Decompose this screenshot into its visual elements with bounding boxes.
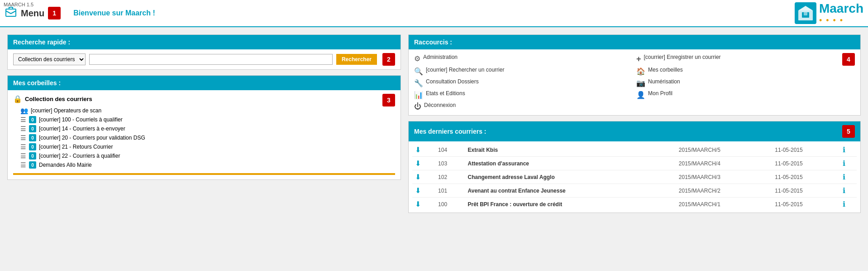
menu-label: Menu [21, 8, 44, 19]
doc-num: 101 [435, 184, 465, 198]
folder-icon: 🔧 [414, 79, 423, 87]
info-icon[interactable]: ℹ [843, 200, 845, 208]
doc-title[interactable]: Changement adresse Laval Agglo [465, 170, 676, 184]
corbelle-badge: 0 [29, 125, 36, 132]
corbelle-item[interactable]: 👥[courrier] Operateurs de scan [13, 106, 395, 115]
svg-rect-4 [804, 12, 807, 15]
logo-dots: • • • • [819, 16, 863, 25]
shortcuts-grid: ⚙Administration+[courrier] Enregistrer u… [409, 49, 860, 115]
shortcut-label: Mes corbeilles [648, 67, 683, 73]
corbelle-badge: 0 [29, 143, 36, 150]
search-select[interactable]: Collection des courriers [13, 53, 86, 65]
list-icon: ☰ [20, 134, 26, 141]
table-row: ⬇ 103 Attestation d'assurance 2015/MAARC… [412, 157, 857, 170]
table-row: ⬇ 101 Avenant au contrat Enfance Jeuness… [412, 184, 857, 198]
corbelle-item-label: [courrier] 14 - Courriers à e-envoyer [39, 126, 125, 132]
table-row: ⬇ 102 Changement adresse Laval Agglo 201… [412, 170, 857, 184]
shortcut-label: [courrier] Enregistrer un courrier [644, 54, 721, 60]
search-panel: Recherche rapide : Collection des courri… [7, 34, 401, 70]
derniers-courriers-title: Mes derniers courriers : [414, 128, 839, 135]
shortcut-item[interactable]: 🔍[courrier] Rechercher un courrier [414, 67, 633, 76]
table-row: ⬇ 100 Prêt BPI France : ouverture de cré… [412, 198, 857, 211]
corbelle-item[interactable]: ☰0[courrier] 22 - Courriers à qualifier [13, 151, 395, 160]
plus-icon: + [636, 54, 641, 64]
inbox-icon: 🏠 [636, 67, 645, 76]
gear-icon: ⚙ [414, 54, 420, 63]
doc-date: 11-05-2015 [772, 143, 840, 157]
doc-date: 11-05-2015 [772, 184, 840, 198]
corbelle-item-label: [courrier] 21 - Retours Courrier [39, 144, 113, 150]
corbelle-item[interactable]: ☰0[courrier] 21 - Retours Courrier [13, 142, 395, 151]
corbelle-item-label: [courrier] Operateurs de scan [31, 107, 101, 114]
chart-icon: 📊 [414, 91, 423, 99]
courriers-table: ⬇ 104 Extrait Kbis 2015/MAARCH/5 11-05-2… [412, 143, 857, 211]
list-icon: ☰ [20, 161, 26, 169]
doc-title[interactable]: Prêt BPI France : ouverture de crédit [465, 198, 676, 211]
doc-num: 102 [435, 170, 465, 184]
info-icon[interactable]: ℹ [843, 146, 845, 154]
badge-5: 5 [842, 125, 855, 138]
shortcut-item[interactable]: 📷Numérisation [636, 78, 855, 87]
corbelle-badge: 0 [29, 116, 36, 123]
doc-title[interactable]: Avenant au contrat Enfance Jeunesse [465, 184, 676, 198]
shortcut-label: Etats et Editions [426, 90, 465, 97]
doc-ref: 2015/MAARCH/2 [676, 184, 773, 198]
list-icon: ☰ [20, 143, 26, 150]
shortcut-item[interactable]: ⚙Administration [414, 54, 633, 64]
download-icon[interactable]: ⬇ [415, 160, 421, 167]
power-icon: ⏻ [414, 102, 421, 111]
corbelle-item-label: [courrier] 20 - Courriers pour validatio… [39, 135, 145, 141]
doc-ref: 2015/MAARCH/4 [676, 157, 773, 170]
list-icon: ☰ [20, 125, 26, 132]
doc-title[interactable]: Extrait Kbis [465, 143, 676, 157]
doc-ref: 2015/MAARCH/1 [676, 198, 773, 211]
corbelle-item-label: [courrier] 22 - Courriers à qualifier [39, 153, 120, 159]
search-input[interactable] [89, 54, 333, 65]
info-icon[interactable]: ℹ [843, 160, 845, 167]
users-icon: 👥 [20, 107, 28, 114]
shortcut-label: Consultation Dossiers [426, 78, 479, 85]
shortcut-item[interactable]: 🏠Mes corbeilles [636, 67, 855, 76]
raccourcis-title: Raccourcis : [414, 39, 855, 46]
badge-2: 2 [382, 53, 395, 66]
download-icon[interactable]: ⬇ [415, 173, 421, 181]
list-icon: ☰ [20, 116, 26, 123]
corbelle-item[interactable]: ☰0Demandes Allo Mairie [13, 160, 395, 169]
welcome-text: Bienvenue sur Maarch ! [73, 9, 155, 17]
gold-bar [13, 173, 395, 175]
shortcut-label: Mon Profil [648, 90, 672, 97]
logo-text: Maarch [819, 1, 863, 16]
info-icon[interactable]: ℹ [843, 173, 845, 181]
menu-icon [5, 5, 17, 21]
derniers-courriers-panel: Mes derniers courriers : 5 ⬇ 104 Extrait… [408, 121, 861, 213]
doc-num: 104 [435, 143, 465, 157]
doc-date: 11-05-2015 [772, 157, 840, 170]
shortcut-item[interactable]: 👤Mon Profil [636, 90, 855, 99]
corbelle-item[interactable]: ☰0[courrier] 100 - Courriels à qualifier [13, 115, 395, 124]
badge-4: 4 [842, 53, 855, 66]
doc-title[interactable]: Attestation d'assurance [465, 157, 676, 170]
doc-num: 103 [435, 157, 465, 170]
download-icon[interactable]: ⬇ [415, 146, 421, 154]
search-button[interactable]: Rechercher [336, 54, 377, 65]
corbelle-item[interactable]: ☰0[courrier] 20 - Courriers pour validat… [13, 133, 395, 142]
doc-date: 11-05-2015 [772, 170, 840, 184]
search-icon: 🔍 [414, 67, 423, 76]
shortcut-item[interactable]: 📊Etats et Editions [414, 90, 633, 99]
shortcut-item[interactable]: ⏻Déconnexion [414, 102, 633, 111]
version-label: MAARCH 1.5 [4, 2, 33, 7]
doc-ref: 2015/MAARCH/3 [676, 170, 773, 184]
search-panel-title: Recherche rapide : [13, 39, 70, 46]
download-icon[interactable]: ⬇ [415, 200, 421, 208]
raccourcis-panel: Raccourcis : ⚙Administration+[courrier] … [408, 34, 861, 116]
corbelle-item[interactable]: ☰0[courrier] 14 - Courriers à e-envoyer [13, 124, 395, 133]
corbelle-item-label: [courrier] 100 - Courriels à qualifier [39, 116, 123, 123]
corbeilles-panel: Mes corbeilles : 🔒 Collection des courri… [7, 75, 401, 180]
user-icon: 👤 [636, 91, 645, 99]
corbelle-badge: 0 [29, 152, 36, 160]
shortcut-item[interactable]: 🔧Consultation Dossiers [414, 78, 633, 87]
download-icon[interactable]: ⬇ [415, 187, 421, 194]
doc-num: 100 [435, 198, 465, 211]
info-icon[interactable]: ℹ [843, 187, 845, 194]
shortcut-item[interactable]: +[courrier] Enregistrer un courrier [636, 54, 855, 64]
